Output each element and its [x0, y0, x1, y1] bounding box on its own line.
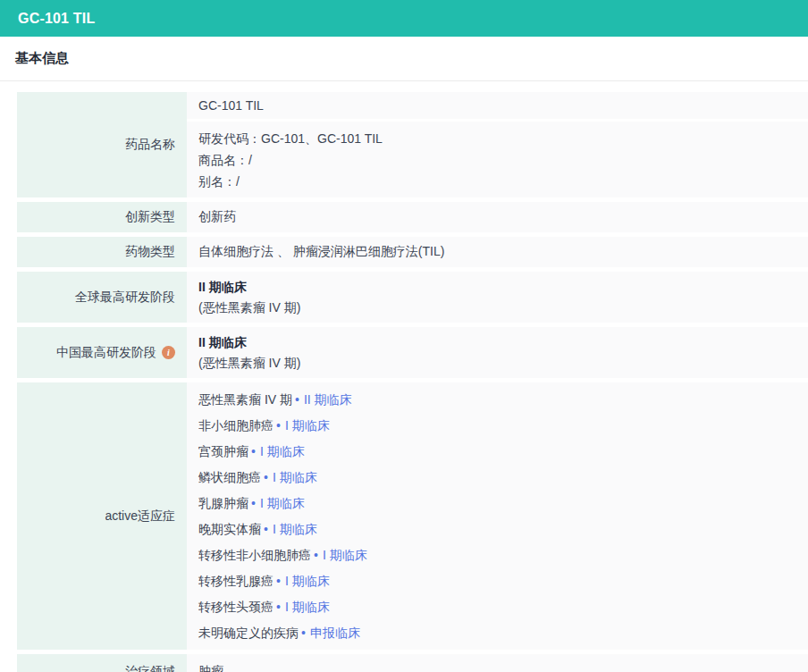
indication-phase-link[interactable]: I 期临床	[323, 548, 367, 562]
section-header: 基本信息	[0, 37, 808, 81]
table-row-innovation-type: 创新类型 创新药	[17, 202, 808, 232]
drug-primary-name: GC-101 TIL	[187, 92, 808, 119]
row-label-innovation-type: 创新类型	[17, 202, 187, 232]
global-highest-phase-value: II 期临床 (恶性黑素瘤 IV 期)	[187, 272, 808, 323]
indication-item: 宫颈肿瘤•I 期临床	[198, 439, 808, 465]
table-row-drug-type: 药物类型 自体细胞疗法 、 肿瘤浸润淋巴细胞疗法(TIL)	[17, 237, 808, 267]
bullet-icon: •	[314, 548, 318, 562]
page-title: GC-101 TIL	[18, 11, 95, 27]
indication-phase-link[interactable]: I 期临床	[260, 444, 305, 458]
drug-alias: 别名：/	[198, 171, 808, 192]
table-row-drug-name: 药品名称 GC-101 TIL 研发代码：GC-101、GC-101 TIL 商…	[17, 92, 808, 197]
active-indications-list: 恶性黑素瘤 IV 期•II 期临床 非小细胞肺癌•I 期临床 宫颈肿瘤•I 期临…	[187, 382, 808, 650]
indication-disease: 晚期实体瘤	[198, 522, 261, 536]
drug-dev-code: 研发代码：GC-101、GC-101 TIL	[198, 128, 808, 149]
indication-item: 转移性乳腺癌•I 期临床	[198, 568, 808, 594]
indication-disease: 未明确定义的疾病	[198, 626, 299, 640]
row-label-drug-name: 药品名称	[17, 92, 187, 197]
table-row-therapeutic-area: 治疗领域 肿瘤	[17, 654, 808, 672]
row-label-active-indications: active适应症	[17, 382, 187, 650]
indication-disease: 转移性乳腺癌	[198, 574, 274, 588]
china-phase: II 期临床	[198, 332, 808, 353]
global-phase: II 期临床	[198, 277, 808, 298]
indication-phase-link[interactable]: I 期临床	[285, 600, 330, 614]
drug-detail-page: GC-101 TIL 基本信息 药品名称 GC-101 TIL 研发代码：GC-…	[0, 0, 808, 672]
table-row-global-highest-phase: 全球最高研发阶段 II 期临床 (恶性黑素瘤 IV 期)	[17, 272, 808, 323]
china-highest-phase-value: II 期临床 (恶性黑素瘤 IV 期)	[187, 327, 808, 378]
indication-disease: 宫颈肿瘤	[198, 444, 248, 458]
indication-disease: 鳞状细胞癌	[198, 470, 261, 484]
indication-disease: 恶性黑素瘤 IV 期	[198, 392, 292, 407]
indication-item: 转移性非小细胞肺癌•I 期临床	[198, 542, 808, 568]
bullet-icon: •	[276, 418, 281, 433]
global-phase-note: (恶性黑素瘤 IV 期)	[198, 298, 808, 318]
table-row-china-highest-phase: 中国最高研发阶段 i II 期临床 (恶性黑素瘤 IV 期)	[17, 327, 808, 378]
indication-disease: 转移性非小细胞肺癌	[198, 548, 311, 562]
indication-phase-link[interactable]: I 期临床	[273, 522, 317, 536]
section-title: 基本信息	[15, 50, 69, 65]
bullet-icon: •	[251, 496, 256, 510]
indication-item: 转移性头颈癌•I 期临床	[198, 594, 808, 620]
indication-disease: 转移性头颈癌	[198, 600, 274, 614]
basic-info-table: 药品名称 GC-101 TIL 研发代码：GC-101、GC-101 TIL 商…	[17, 92, 808, 672]
drug-trade-name: 商品名：/	[198, 149, 808, 171]
bullet-icon: •	[301, 626, 306, 640]
indication-phase-link[interactable]: II 期临床	[304, 392, 352, 407]
row-label-global-highest-phase: 全球最高研发阶段	[17, 272, 187, 323]
bullet-icon: •	[276, 574, 281, 588]
indication-phase-link[interactable]: I 期临床	[273, 470, 317, 484]
bullet-icon: •	[295, 392, 299, 407]
indication-item: 恶性黑素瘤 IV 期•II 期临床	[198, 387, 808, 413]
page-header-bar: GC-101 TIL	[0, 0, 808, 37]
bullet-icon: •	[264, 522, 268, 536]
china-phase-note: (恶性黑素瘤 IV 期)	[198, 353, 808, 374]
row-label-china-highest-phase: 中国最高研发阶段 i	[17, 327, 187, 378]
therapeutic-area-value: 肿瘤	[187, 654, 808, 672]
indication-phase-link[interactable]: I 期临床	[285, 574, 330, 588]
indication-item: 未明确定义的疾病•申报临床	[198, 620, 808, 646]
drug-type-value: 自体细胞疗法 、 肿瘤浸润淋巴细胞疗法(TIL)	[187, 237, 808, 267]
bullet-icon: •	[264, 470, 268, 484]
row-label-drug-type: 药物类型	[17, 237, 187, 267]
drug-name-details: 研发代码：GC-101、GC-101 TIL 商品名：/ 别名：/	[187, 122, 808, 197]
china-highest-phase-label: 中国最高研发阶段	[56, 345, 156, 361]
indication-item: 乳腺肿瘤•I 期临床	[198, 491, 808, 517]
indication-item: 鳞状细胞癌•I 期临床	[198, 465, 808, 491]
indication-item: 非小细胞肺癌•I 期临床	[198, 413, 808, 439]
bullet-icon: •	[276, 600, 281, 614]
indication-disease: 乳腺肿瘤	[198, 496, 248, 510]
indication-disease: 非小细胞肺癌	[198, 418, 274, 433]
indication-item: 晚期实体瘤•I 期临床	[198, 517, 808, 542]
indication-phase-link[interactable]: 申报临床	[310, 626, 360, 640]
row-label-therapeutic-area: 治疗领域	[17, 654, 187, 672]
info-icon[interactable]: i	[162, 346, 175, 359]
table-row-active-indications: active适应症 恶性黑素瘤 IV 期•II 期临床 非小细胞肺癌•I 期临床…	[17, 382, 808, 650]
indication-phase-link[interactable]: I 期临床	[260, 496, 305, 510]
indication-phase-link[interactable]: I 期临床	[285, 418, 330, 433]
bullet-icon: •	[251, 444, 256, 458]
innovation-type-value: 创新药	[187, 202, 808, 232]
drug-name-values: GC-101 TIL 研发代码：GC-101、GC-101 TIL 商品名：/ …	[187, 92, 808, 197]
